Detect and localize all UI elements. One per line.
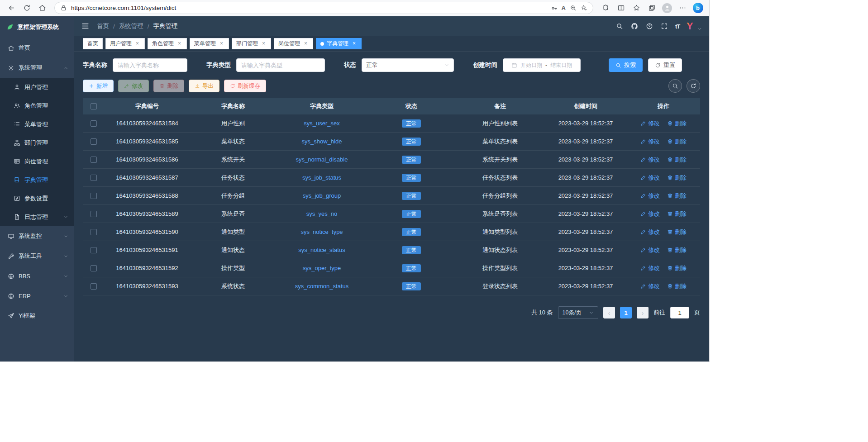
row-delete-button[interactable]: 删除 bbox=[667, 246, 687, 254]
dict-type-link[interactable]: sys_notice_status bbox=[298, 247, 345, 253]
add-button[interactable]: 新增 bbox=[83, 80, 114, 92]
dict-type-link[interactable]: sys_show_hide bbox=[302, 138, 342, 145]
tab-users[interactable]: 用户管理× bbox=[105, 38, 145, 49]
reset-button[interactable]: 重置 bbox=[648, 58, 682, 72]
row-checkbox[interactable] bbox=[91, 157, 97, 163]
search-button[interactable]: 搜索 bbox=[609, 58, 643, 72]
row-edit-button[interactable]: 修改 bbox=[640, 228, 660, 236]
back-button[interactable] bbox=[5, 2, 18, 14]
row-checkbox[interactable] bbox=[91, 283, 97, 290]
sidebar-item-home[interactable]: 首页 bbox=[0, 38, 74, 58]
favorites-icon[interactable] bbox=[630, 2, 643, 14]
add-favorite-icon[interactable] bbox=[581, 5, 587, 11]
row-edit-button[interactable]: 修改 bbox=[640, 264, 660, 272]
tab-menus[interactable]: 菜单管理× bbox=[190, 38, 229, 49]
row-delete-button[interactable]: 删除 bbox=[667, 156, 687, 164]
goto-page-input[interactable] bbox=[670, 307, 689, 318]
prev-page-button[interactable]: ‹ bbox=[603, 307, 615, 318]
sidebar-item-erp[interactable]: ERP bbox=[0, 286, 74, 306]
row-delete-button[interactable]: 删除 bbox=[667, 210, 687, 218]
row-delete-button[interactable]: 删除 bbox=[667, 282, 687, 290]
url-text[interactable]: https://ccnetcore.com:1101/system/dict bbox=[71, 5, 547, 11]
dict-type-link[interactable]: sys_normal_disable bbox=[296, 156, 348, 163]
close-icon[interactable]: × bbox=[176, 41, 182, 47]
close-icon[interactable]: × bbox=[303, 41, 309, 47]
row-edit-button[interactable]: 修改 bbox=[640, 174, 660, 182]
dict-type-link[interactable]: sys_oper_type bbox=[303, 265, 341, 271]
text-size-icon[interactable]: tT bbox=[675, 23, 680, 30]
row-checkbox[interactable] bbox=[91, 193, 97, 199]
close-icon[interactable]: × bbox=[351, 41, 357, 47]
sidebar-item-dict[interactable]: 字典管理 bbox=[0, 171, 74, 189]
row-edit-button[interactable]: 修改 bbox=[640, 138, 660, 146]
profile-avatar[interactable] bbox=[660, 2, 674, 14]
tab-posts[interactable]: 岗位管理× bbox=[274, 38, 313, 49]
close-icon[interactable]: × bbox=[261, 41, 267, 47]
refresh-table-button[interactable] bbox=[687, 79, 700, 93]
sidebar-item-tools[interactable]: 系统工具 bbox=[0, 246, 74, 266]
date-range-picker[interactable]: 开始日期 - 结束日期 bbox=[503, 58, 581, 72]
next-page-button[interactable]: › bbox=[637, 307, 649, 318]
bing-icon[interactable]: b bbox=[691, 2, 705, 14]
zoom-out-icon[interactable] bbox=[570, 5, 577, 11]
dict-type-link[interactable]: sys_common_status bbox=[295, 283, 349, 290]
row-edit-button[interactable]: 修改 bbox=[640, 192, 660, 200]
tab-departments[interactable]: 部门管理× bbox=[232, 38, 271, 49]
delete-button[interactable]: 删除 bbox=[153, 80, 184, 92]
row-checkbox[interactable] bbox=[91, 265, 97, 271]
sidebar-item-yi-framework[interactable]: Yi框架 bbox=[0, 306, 74, 326]
home-button[interactable] bbox=[35, 2, 49, 14]
export-button[interactable]: 导出 bbox=[189, 80, 219, 92]
collections-icon[interactable] bbox=[645, 2, 658, 14]
edit-button[interactable]: 修改 bbox=[118, 80, 149, 92]
sidebar-item-config[interactable]: 参数设置 bbox=[0, 189, 74, 208]
user-logo[interactable]: Y bbox=[687, 21, 693, 31]
github-icon[interactable] bbox=[630, 22, 639, 30]
sidebar-item-users[interactable]: 用户管理 bbox=[0, 78, 74, 96]
row-delete-button[interactable]: 删除 bbox=[667, 174, 687, 182]
tab-home[interactable]: 首页 bbox=[83, 38, 103, 49]
row-checkbox[interactable] bbox=[91, 138, 97, 145]
extensions-icon[interactable] bbox=[599, 2, 612, 14]
sidebar-item-logs[interactable]: 日志管理 bbox=[0, 208, 74, 226]
row-delete-button[interactable]: 删除 bbox=[667, 119, 687, 128]
tab-roles[interactable]: 角色管理× bbox=[148, 38, 187, 49]
password-key-icon[interactable] bbox=[551, 5, 558, 11]
site-lock-icon[interactable] bbox=[60, 5, 67, 11]
row-edit-button[interactable]: 修改 bbox=[640, 210, 660, 218]
refresh-cache-button[interactable]: 刷新缓存 bbox=[224, 80, 266, 92]
dict-type-input[interactable] bbox=[236, 58, 325, 72]
row-edit-button[interactable]: 修改 bbox=[640, 246, 660, 254]
dict-type-link[interactable]: sys_notice_type bbox=[300, 228, 343, 235]
row-delete-button[interactable]: 删除 bbox=[667, 264, 687, 272]
row-checkbox[interactable] bbox=[91, 175, 97, 181]
sidebar-item-monitor[interactable]: 系统监控 bbox=[0, 226, 74, 246]
current-page-button[interactable]: 1 bbox=[620, 307, 632, 318]
split-screen-icon[interactable] bbox=[614, 2, 628, 14]
dict-type-link[interactable]: sys_user_sex bbox=[304, 120, 339, 127]
sidebar-item-roles[interactable]: 角色管理 bbox=[0, 96, 74, 115]
row-checkbox[interactable] bbox=[91, 120, 97, 127]
dict-type-link[interactable]: sys_job_group bbox=[303, 192, 341, 199]
row-checkbox[interactable] bbox=[91, 211, 97, 217]
browser-menu-icon[interactable] bbox=[676, 2, 689, 14]
tab-dict-active[interactable]: 字典管理× bbox=[316, 38, 362, 49]
sidebar-item-system[interactable]: 系统管理 bbox=[0, 58, 74, 78]
address-bar[interactable]: https://ccnetcore.com:1101/system/dict A bbox=[54, 2, 593, 14]
search-icon[interactable] bbox=[615, 22, 624, 30]
dict-name-input[interactable] bbox=[113, 58, 187, 72]
dict-type-link[interactable]: sys_job_status bbox=[302, 174, 341, 181]
row-delete-button[interactable]: 删除 bbox=[667, 192, 687, 200]
row-edit-button[interactable]: 修改 bbox=[640, 282, 660, 290]
breadcrumb-system[interactable]: 系统管理 bbox=[119, 22, 143, 30]
select-all-checkbox[interactable] bbox=[91, 103, 97, 109]
help-icon[interactable] bbox=[645, 22, 653, 30]
show-search-toggle-button[interactable] bbox=[668, 79, 682, 93]
breadcrumb-home[interactable]: 首页 bbox=[97, 22, 109, 30]
row-checkbox[interactable] bbox=[91, 229, 97, 235]
read-aloud-icon[interactable]: A bbox=[562, 5, 566, 11]
row-delete-button[interactable]: 删除 bbox=[667, 138, 687, 146]
close-icon[interactable]: × bbox=[134, 41, 140, 47]
row-checkbox[interactable] bbox=[91, 247, 97, 253]
status-select[interactable]: 正常 bbox=[362, 58, 454, 72]
